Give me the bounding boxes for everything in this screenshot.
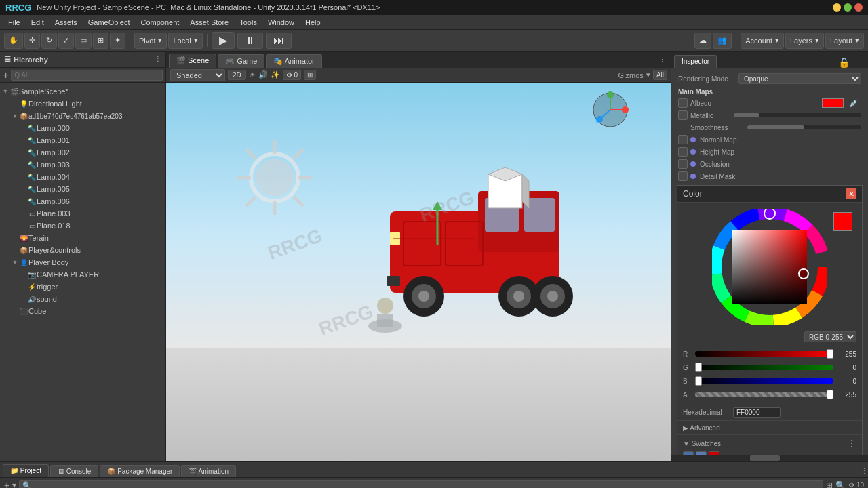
tree-item-lamp002[interactable]: 🔦 Lamp.002 <box>0 146 165 159</box>
b-slider[interactable] <box>695 378 833 384</box>
tree-item-dirlight[interactable]: 💡 Directional Light <box>0 98 165 110</box>
color-wheel-svg[interactable] <box>712 209 827 325</box>
advanced-toggle[interactable]: ▶ <box>683 424 690 432</box>
hierarchy-menu-icon[interactable]: ⋮ <box>154 55 161 64</box>
menu-file[interactable]: File <box>3 17 26 28</box>
cloud-icon[interactable]: ☁ <box>694 33 711 49</box>
menu-component[interactable]: Component <box>135 17 184 28</box>
step-button[interactable]: ⏭ <box>266 33 292 49</box>
tree-item-plane003[interactable]: ▭ Plane.003 <box>0 207 165 220</box>
maximize-button[interactable] <box>844 3 852 12</box>
occlusion-texture-slot[interactable] <box>678 159 688 169</box>
audio-icon[interactable]: 🔊 <box>258 70 268 79</box>
tree-item-lamp004[interactable]: 🔦 Lamp.004 <box>0 171 165 183</box>
project-menu-icon[interactable]: ⋮ <box>861 467 868 476</box>
local-dropdown[interactable]: Local ▾ <box>168 33 202 49</box>
menu-help[interactable]: Help <box>300 17 326 28</box>
menu-edit[interactable]: Edit <box>26 17 50 28</box>
tree-item-lamp001[interactable]: 🔦 Lamp.001 <box>0 134 165 146</box>
color-mode-dropdown[interactable]: RGB 0-255 RGB 0-1 HSV <box>804 331 856 342</box>
tree-item-cube[interactable]: ⬛ Cube <box>0 305 165 317</box>
tree-item-camera[interactable]: 📷 CAMERA PLAYER <box>0 268 165 281</box>
hex-input[interactable] <box>733 407 781 418</box>
2d-button[interactable]: 2D <box>228 70 246 80</box>
eyedropper-icon[interactable]: 💉 <box>846 99 861 108</box>
rendering-mode-dropdown[interactable]: Opaque Transparent Cutout Fade <box>738 73 861 84</box>
tree-item-playercontrols[interactable]: 📦 Player&controls <box>0 244 165 256</box>
detail-texture-slot[interactable] <box>678 171 688 181</box>
add-hierarchy-button[interactable]: + <box>3 69 9 81</box>
pause-button[interactable]: ⏸ <box>237 33 263 49</box>
inspector-scrollbar[interactable] <box>671 455 868 461</box>
project-search-input[interactable] <box>19 480 823 489</box>
albedo-texture-slot[interactable] <box>678 98 688 108</box>
a-slider[interactable] <box>695 392 833 397</box>
account-dropdown[interactable]: Account ▾ <box>741 33 784 49</box>
project-filter-btn[interactable]: ⊞ <box>826 481 833 489</box>
project-view-btn[interactable]: 🔍 <box>835 481 846 489</box>
shading-dropdown[interactable]: Shaded Wireframe <box>170 69 225 81</box>
tab-animator[interactable]: 🎭 Animator <box>266 54 321 68</box>
metallic-texture-slot[interactable] <box>678 110 688 120</box>
tree-item-lamp000[interactable]: 🔦 Lamp.000 <box>0 122 165 134</box>
tree-item-lamp003[interactable]: 🔦 Lamp.003 <box>0 159 165 171</box>
metallic-slider[interactable] <box>734 113 861 117</box>
swatches-menu-icon[interactable]: ⋮ <box>847 438 856 449</box>
add-project-btn[interactable]: + <box>4 480 9 489</box>
tab-scene[interactable]: 🎬 Scene <box>169 54 216 68</box>
gizmos-btn[interactable]: Gizmos <box>618 71 644 79</box>
tree-item-trigger[interactable]: ⚡ trigger <box>0 281 165 293</box>
scene-menu-icon[interactable]: ⋮ <box>158 87 165 96</box>
g-slider[interactable] <box>695 365 833 370</box>
swatches-toggle[interactable]: ▼ <box>683 440 692 447</box>
inspector-lock-icon[interactable]: 🔒 <box>835 57 852 68</box>
albedo-color-swatch[interactable] <box>822 98 844 108</box>
rotate-tool[interactable]: ↻ <box>41 33 57 49</box>
layout-dropdown[interactable]: Layout ▾ <box>825 33 864 49</box>
scale-tool[interactable]: ⤢ <box>58 33 74 49</box>
menu-tools[interactable]: Tools <box>234 17 262 28</box>
tree-item-playerbody[interactable]: ▼ 👤 Player Body <box>0 256 165 268</box>
hierarchy-search-input[interactable] <box>11 70 163 81</box>
smoothness-slider[interactable] <box>747 125 861 129</box>
menu-window[interactable]: Window <box>262 17 300 28</box>
menu-assets[interactable]: Assets <box>50 17 83 28</box>
play-button[interactable]: ▶ <box>212 32 235 49</box>
collab-icon[interactable]: 👥 <box>713 33 732 49</box>
tab-console[interactable]: 🖥 Console <box>50 465 98 477</box>
grid-btn[interactable]: ⊞ <box>304 70 316 80</box>
color-picker-close-button[interactable]: ✕ <box>846 188 856 199</box>
custom-tool[interactable]: ✦ <box>110 33 125 49</box>
tab-project[interactable]: 📁 Project <box>3 464 49 477</box>
gizmos-arrow[interactable]: ▾ <box>646 70 650 79</box>
height-texture-slot[interactable] <box>678 147 688 157</box>
inspector-menu-icon[interactable]: ⋮ <box>852 58 865 67</box>
transform-tool[interactable]: ⊞ <box>93 33 108 49</box>
pivot-dropdown[interactable]: Pivot ▾ <box>134 33 167 49</box>
all-layers-btn[interactable]: All <box>653 70 667 80</box>
move-tool[interactable]: ✛ <box>24 33 40 49</box>
r-slider[interactable] <box>695 351 833 357</box>
tree-item-ad1be[interactable]: ▼ 📦 ad1be740d7ec4761ab57ea203 <box>0 110 165 122</box>
layers-dropdown[interactable]: Layers ▾ <box>785 33 824 49</box>
fx-icon[interactable]: ✨ <box>271 70 280 79</box>
tab-package-manager[interactable]: 📦 Package Manager <box>100 465 180 477</box>
tree-item-lamp006[interactable]: 🔦 Lamp.006 <box>0 195 165 207</box>
hand-tool[interactable]: ✋ <box>4 33 23 49</box>
tab-game[interactable]: 🎮 Game <box>218 54 264 68</box>
selected-color-preview[interactable] <box>833 212 852 231</box>
menu-assetstore[interactable]: Asset Store <box>184 17 234 28</box>
lighting-icon[interactable]: ☀ <box>249 70 256 79</box>
tab-inspector[interactable]: Inspector <box>674 55 717 68</box>
tree-item-sound[interactable]: 🔊 sound <box>0 293 165 305</box>
close-button[interactable] <box>854 3 863 12</box>
tab-animation[interactable]: 🎬 Animation <box>181 465 236 477</box>
viewport-menu-icon[interactable]: ⋮ <box>656 58 669 66</box>
tree-item-samplescene[interactable]: ▼ 🎬 SampleScene* ⋮ <box>0 85 165 98</box>
tree-item-terain[interactable]: 🌄 Terain <box>0 232 165 244</box>
viewport-canvas[interactable]: Y X Z RRCG RRCG RRCG <box>166 83 671 461</box>
scrollbar-thumb[interactable] <box>750 455 780 461</box>
normal-texture-slot[interactable] <box>678 135 688 144</box>
minimize-button[interactable] <box>833 3 841 12</box>
scene-visibility-btn[interactable]: ⚙ 0 <box>283 70 301 80</box>
